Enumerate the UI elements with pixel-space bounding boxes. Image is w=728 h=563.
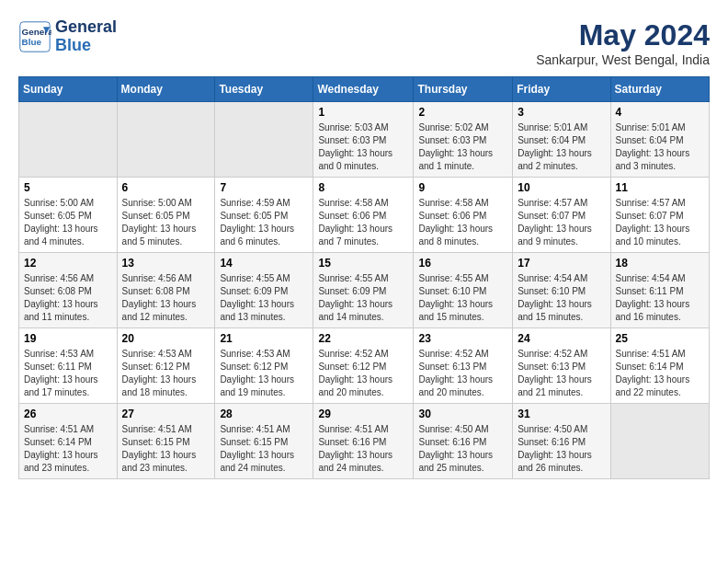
day-number: 26: [24, 408, 112, 420]
svg-text:Blue: Blue: [22, 37, 42, 47]
calendar-cell: 20Sunrise: 4:53 AMSunset: 6:12 PMDayligh…: [117, 328, 215, 404]
calendar-cell: 26Sunrise: 4:51 AMSunset: 6:14 PMDayligh…: [19, 404, 118, 479]
logo-line1: General: [55, 18, 117, 37]
day-number: 4: [616, 106, 704, 119]
day-number: 16: [418, 257, 507, 270]
month-title: May 2024: [536, 18, 710, 52]
day-info: Sunrise: 4:57 AMSunset: 6:07 PMDaylight:…: [518, 197, 605, 248]
day-info: Sunrise: 5:01 AMSunset: 6:04 PMDaylight:…: [518, 121, 605, 173]
calendar-cell: 28Sunrise: 4:51 AMSunset: 6:15 PMDayligh…: [215, 404, 313, 479]
day-info: Sunrise: 5:00 AMSunset: 6:05 PMDaylight:…: [24, 197, 112, 248]
calendar-cell: 16Sunrise: 4:55 AMSunset: 6:10 PMDayligh…: [414, 253, 513, 328]
calendar-cell: 31Sunrise: 4:50 AMSunset: 6:16 PMDayligh…: [513, 404, 610, 479]
calendar-cell: 1Sunrise: 5:03 AMSunset: 6:03 PMDaylight…: [313, 102, 414, 178]
day-info: Sunrise: 4:50 AMSunset: 6:16 PMDaylight:…: [518, 423, 605, 475]
calendar-cell: [610, 404, 709, 479]
day-number: 18: [616, 257, 704, 270]
day-info: Sunrise: 4:54 AMSunset: 6:11 PMDaylight:…: [616, 272, 704, 324]
day-info: Sunrise: 4:58 AMSunset: 6:06 PMDaylight:…: [418, 197, 507, 248]
day-info: Sunrise: 4:53 AMSunset: 6:12 PMDaylight:…: [220, 348, 308, 399]
calendar-cell: 6Sunrise: 5:00 AMSunset: 6:05 PMDaylight…: [117, 178, 215, 253]
week-row-2: 5Sunrise: 5:00 AMSunset: 6:05 PMDaylight…: [19, 178, 710, 253]
day-info: Sunrise: 5:01 AMSunset: 6:04 PMDaylight:…: [616, 121, 704, 173]
day-info: Sunrise: 4:50 AMSunset: 6:16 PMDaylight:…: [418, 423, 507, 475]
day-number: 11: [616, 181, 704, 194]
day-number: 19: [24, 332, 112, 345]
calendar-cell: 5Sunrise: 5:00 AMSunset: 6:05 PMDaylight…: [19, 178, 118, 253]
calendar-cell: 9Sunrise: 4:58 AMSunset: 6:06 PMDaylight…: [414, 178, 513, 253]
weekday-header-friday: Friday: [513, 77, 610, 102]
day-number: 29: [318, 408, 408, 420]
calendar-cell: 3Sunrise: 5:01 AMSunset: 6:04 PMDaylight…: [513, 102, 610, 178]
day-info: Sunrise: 4:58 AMSunset: 6:06 PMDaylight:…: [318, 197, 408, 248]
week-row-3: 12Sunrise: 4:56 AMSunset: 6:08 PMDayligh…: [19, 253, 710, 328]
calendar-cell: [215, 102, 313, 178]
day-info: Sunrise: 4:51 AMSunset: 6:15 PMDaylight:…: [220, 423, 308, 475]
calendar-cell: 8Sunrise: 4:58 AMSunset: 6:06 PMDaylight…: [313, 178, 414, 253]
calendar-cell: 14Sunrise: 4:55 AMSunset: 6:09 PMDayligh…: [215, 253, 313, 328]
day-number: 20: [122, 332, 210, 345]
day-number: 31: [518, 408, 605, 420]
day-info: Sunrise: 4:53 AMSunset: 6:12 PMDaylight:…: [122, 348, 210, 399]
calendar-cell: 4Sunrise: 5:01 AMSunset: 6:04 PMDaylight…: [610, 102, 709, 178]
day-info: Sunrise: 4:56 AMSunset: 6:08 PMDaylight:…: [24, 272, 112, 324]
day-number: 2: [418, 106, 507, 119]
day-info: Sunrise: 4:52 AMSunset: 6:13 PMDaylight:…: [518, 348, 605, 399]
day-number: 30: [418, 408, 507, 420]
day-number: 24: [518, 332, 605, 345]
day-info: Sunrise: 4:57 AMSunset: 6:07 PMDaylight:…: [616, 197, 704, 248]
day-info: Sunrise: 5:02 AMSunset: 6:03 PMDaylight:…: [418, 121, 507, 173]
location: Sankarpur, West Bengal, India: [536, 52, 710, 67]
day-info: Sunrise: 4:52 AMSunset: 6:12 PMDaylight:…: [318, 348, 408, 399]
day-number: 3: [518, 106, 605, 119]
calendar-cell: 23Sunrise: 4:52 AMSunset: 6:13 PMDayligh…: [414, 328, 513, 404]
day-info: Sunrise: 5:03 AMSunset: 6:03 PMDaylight:…: [318, 121, 408, 173]
calendar-cell: 29Sunrise: 4:51 AMSunset: 6:16 PMDayligh…: [313, 404, 414, 479]
calendar-cell: 19Sunrise: 4:53 AMSunset: 6:11 PMDayligh…: [19, 328, 118, 404]
day-number: 12: [24, 257, 112, 270]
weekday-header-tuesday: Tuesday: [215, 77, 313, 102]
calendar-cell: 22Sunrise: 4:52 AMSunset: 6:12 PMDayligh…: [313, 328, 414, 404]
day-info: Sunrise: 4:51 AMSunset: 6:14 PMDaylight:…: [24, 423, 112, 475]
day-number: 15: [318, 257, 408, 270]
page-header: General Blue General Blue May 2024 Sanka…: [18, 18, 710, 67]
day-number: 8: [318, 181, 408, 194]
day-number: 7: [220, 181, 308, 194]
weekday-header-monday: Monday: [117, 77, 215, 102]
day-info: Sunrise: 4:59 AMSunset: 6:05 PMDaylight:…: [220, 197, 308, 248]
calendar-cell: 18Sunrise: 4:54 AMSunset: 6:11 PMDayligh…: [610, 253, 709, 328]
day-info: Sunrise: 4:51 AMSunset: 6:15 PMDaylight:…: [122, 423, 210, 475]
calendar-cell: 10Sunrise: 4:57 AMSunset: 6:07 PMDayligh…: [513, 178, 610, 253]
logo: General Blue General Blue: [18, 18, 117, 55]
logo-icon: General Blue: [18, 20, 51, 53]
week-row-5: 26Sunrise: 4:51 AMSunset: 6:14 PMDayligh…: [19, 404, 710, 479]
calendar-table: SundayMondayTuesdayWednesdayThursdayFrid…: [18, 76, 710, 479]
weekday-header-sunday: Sunday: [19, 77, 118, 102]
day-number: 17: [518, 257, 605, 270]
day-number: 27: [122, 408, 210, 420]
weekday-header-wednesday: Wednesday: [313, 77, 414, 102]
logo-line2: Blue: [55, 37, 117, 55]
calendar-cell: [19, 102, 118, 178]
day-number: 10: [518, 181, 605, 194]
day-number: 9: [418, 181, 507, 194]
day-number: 21: [220, 332, 308, 345]
weekday-header-row: SundayMondayTuesdayWednesdayThursdayFrid…: [19, 77, 710, 102]
day-info: Sunrise: 4:53 AMSunset: 6:11 PMDaylight:…: [24, 348, 112, 399]
calendar-cell: 25Sunrise: 4:51 AMSunset: 6:14 PMDayligh…: [610, 328, 709, 404]
day-info: Sunrise: 4:55 AMSunset: 6:09 PMDaylight:…: [220, 272, 308, 324]
calendar-cell: 30Sunrise: 4:50 AMSunset: 6:16 PMDayligh…: [414, 404, 513, 479]
day-number: 6: [122, 181, 210, 194]
calendar-cell: 7Sunrise: 4:59 AMSunset: 6:05 PMDaylight…: [215, 178, 313, 253]
day-info: Sunrise: 4:55 AMSunset: 6:10 PMDaylight:…: [418, 272, 507, 324]
day-info: Sunrise: 4:51 AMSunset: 6:16 PMDaylight:…: [318, 423, 408, 475]
weekday-header-thursday: Thursday: [414, 77, 513, 102]
calendar-cell: 2Sunrise: 5:02 AMSunset: 6:03 PMDaylight…: [414, 102, 513, 178]
calendar-cell: 13Sunrise: 4:56 AMSunset: 6:08 PMDayligh…: [117, 253, 215, 328]
title-section: May 2024 Sankarpur, West Bengal, India: [536, 18, 710, 67]
calendar-cell: 12Sunrise: 4:56 AMSunset: 6:08 PMDayligh…: [19, 253, 118, 328]
day-number: 5: [24, 181, 112, 194]
calendar-cell: 15Sunrise: 4:55 AMSunset: 6:09 PMDayligh…: [313, 253, 414, 328]
calendar-cell: 21Sunrise: 4:53 AMSunset: 6:12 PMDayligh…: [215, 328, 313, 404]
day-info: Sunrise: 4:51 AMSunset: 6:14 PMDaylight:…: [616, 348, 704, 399]
